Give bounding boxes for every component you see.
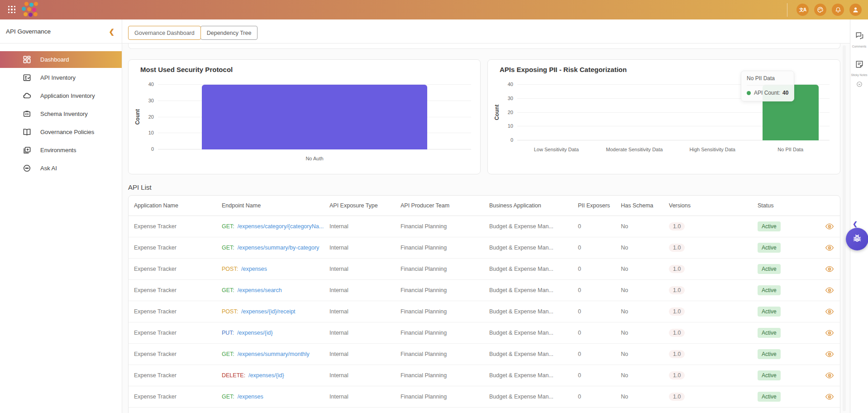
view-details-button[interactable] — [825, 351, 840, 357]
cell-endpoint-name: GET: /expenses/summary/by-category — [222, 245, 329, 251]
endpoint-path-link[interactable]: /expenses — [238, 266, 267, 272]
view-details-button[interactable] — [825, 245, 840, 251]
cell-status: Active — [758, 264, 825, 274]
sidebar-item-schema-inventory[interactable]: Schema Inventory — [0, 106, 122, 122]
profile-icon[interactable] — [849, 4, 862, 16]
cell-business-application: Budget & Expense Man... — [489, 351, 578, 357]
cell-status: Active — [758, 370, 825, 380]
column-header-api-producer-team: API Producer Team — [401, 202, 489, 209]
x-category-label: Low Sensitivity Data — [517, 146, 596, 153]
brand-logo[interactable] — [20, 2, 35, 17]
main-content: Most Used Security Protocol010203040No A… — [122, 43, 850, 413]
sidebar-item-dashboard[interactable]: Dashboard — [0, 51, 122, 68]
version-chip: 1.0 — [669, 222, 685, 231]
cell-pii-exposers: 0 — [578, 394, 621, 400]
table-row[interactable]: Expense TrackerPUT: /expenses/{id}Intern… — [129, 322, 840, 344]
cell-producer-team: Financial Planning — [401, 287, 489, 293]
http-method-label: GET: — [222, 287, 234, 293]
eye-icon — [825, 308, 834, 315]
cell-exposure-type: Internal — [329, 223, 401, 230]
notifications-icon[interactable] — [832, 4, 844, 16]
cell-pii-exposers: 0 — [578, 245, 621, 251]
cell-versions: 1.0 — [669, 371, 758, 379]
view-details-button[interactable] — [825, 287, 840, 293]
view-details-button[interactable] — [825, 372, 840, 379]
governance-policies-icon — [23, 128, 31, 136]
cell-application-name: Expense Tracker — [134, 308, 222, 315]
table-row[interactable]: Expense TrackerGET: /expenses/category/{… — [129, 216, 840, 237]
endpoint-path-link[interactable]: /expenses/category/{categoryNa... — [234, 223, 324, 230]
http-method-label: POST: — [222, 266, 238, 272]
endpoint-path-link[interactable]: /expenses/summary/monthly — [234, 351, 310, 357]
chart-most-used-security-protocol: Most Used Security Protocol010203040No A… — [128, 59, 481, 174]
cell-has-schema: No — [621, 266, 669, 272]
endpoint-path-link[interactable]: /expenses/{id} — [245, 372, 284, 379]
table-row[interactable]: Expense TrackerPOST: /expensesInternalFi… — [129, 259, 840, 280]
table-row[interactable]: Expense TrackerGET: /expenses/summary/by… — [129, 237, 840, 259]
apps-grid-icon[interactable] — [8, 6, 16, 14]
translate-icon[interactable]: 文A — [796, 4, 809, 16]
sidebar-item-ask-ai[interactable]: Ask AI — [0, 160, 122, 177]
vertical-scrollbar[interactable] — [843, 45, 846, 411]
view-details-button[interactable] — [825, 308, 840, 315]
http-method-label: GET: — [222, 394, 234, 400]
chart-tooltip: No PII DataAPI Count:40 — [741, 71, 794, 101]
http-method-label: POST: — [222, 308, 238, 315]
x-category-label: High Sensitivity Data — [673, 146, 752, 153]
sidebar-item-application-inventory[interactable]: Application Inventory — [0, 87, 122, 104]
cell-exposure-type: Internal — [329, 308, 401, 315]
table-row[interactable]: Expense TrackerDELETE: /expenses/{id}Int… — [129, 365, 840, 386]
table-header-row: Application NameEndpoint NameAPI Exposur… — [129, 196, 840, 216]
api-list-title: API List — [128, 183, 840, 191]
cell-has-schema: No — [621, 308, 669, 315]
theme-icon[interactable] — [814, 4, 826, 16]
sidebar-item-environments[interactable]: Environments — [0, 142, 122, 158]
view-details-button[interactable] — [825, 394, 840, 400]
tab-dependency-tree[interactable]: Dependency Tree — [200, 26, 258, 40]
cell-producer-team: Financial Planning — [401, 394, 489, 400]
chart-bar-no-auth[interactable] — [202, 85, 427, 149]
view-details-button[interactable] — [825, 223, 840, 230]
sticky-notes-icon — [855, 60, 864, 71]
sidebar-item-label: Dashboard — [40, 56, 69, 63]
chevron-down-circle-icon[interactable] — [856, 81, 863, 89]
column-header-versions: Versions — [669, 202, 758, 209]
cell-producer-team: Financial Planning — [401, 266, 489, 272]
sticky-notes-button[interactable]: Sticky Notes — [851, 60, 867, 77]
fab-collapse-icon[interactable]: ❮ — [853, 221, 858, 227]
endpoint-path-link[interactable]: /expenses/{id} — [234, 330, 272, 336]
table-row[interactable]: Expense TrackerGET: /expenses/searchInte… — [129, 280, 840, 301]
bug-report-button[interactable] — [846, 228, 868, 250]
endpoint-path-link[interactable]: /expenses — [234, 394, 263, 400]
table-row[interactable]: Expense TrackerPOST: /expenses/{id}/rece… — [129, 301, 840, 322]
cell-application-name: Expense Tracker — [134, 266, 222, 272]
cell-status: Active — [758, 285, 825, 295]
table-row[interactable]: Expense TrackerGET: /expensesInternalFin… — [129, 386, 840, 408]
chart-apis-exposing-pii: APIs Exposing PII - Risk Categorization0… — [487, 59, 840, 174]
sidebar-item-governance-policies[interactable]: Governance Policies — [0, 124, 122, 140]
status-badge: Active — [758, 285, 781, 295]
endpoint-path-link[interactable]: /expenses/{id}/receipt — [238, 308, 295, 315]
endpoint-path-link[interactable]: /expenses/summary/by-category — [234, 245, 320, 251]
topbar-divider — [787, 3, 787, 17]
sidebar-item-api-inventory[interactable]: API Inventory — [0, 69, 122, 86]
y-axis-label: Count — [134, 103, 141, 130]
sidebar-collapse-icon[interactable]: ❮ — [109, 28, 114, 36]
tab-governance-dashboard[interactable]: Governance Dashboard — [128, 26, 201, 40]
environments-icon — [23, 146, 31, 154]
table-row[interactable]: Expense TrackerGET: /expenses/summary/mo… — [129, 344, 840, 365]
endpoint-path-link[interactable]: /expenses/search — [234, 287, 282, 293]
sidebar-item-label: Ask AI — [40, 165, 57, 172]
table-body: Expense TrackerGET: /expenses/category/{… — [129, 216, 840, 408]
cell-producer-team: Financial Planning — [401, 330, 489, 336]
cell-has-schema: No — [621, 372, 669, 379]
cell-has-schema: No — [621, 287, 669, 293]
http-method-label: GET: — [222, 223, 234, 230]
view-details-button[interactable] — [825, 330, 840, 336]
page-title: API Governance — [6, 28, 109, 35]
chart-title: Most Used Security Protocol — [140, 66, 233, 73]
comments-button[interactable]: Comments — [852, 31, 866, 48]
view-details-button[interactable] — [825, 266, 840, 272]
sidebar-item-label: Schema Inventory — [40, 110, 88, 117]
cell-has-schema: No — [621, 223, 669, 230]
